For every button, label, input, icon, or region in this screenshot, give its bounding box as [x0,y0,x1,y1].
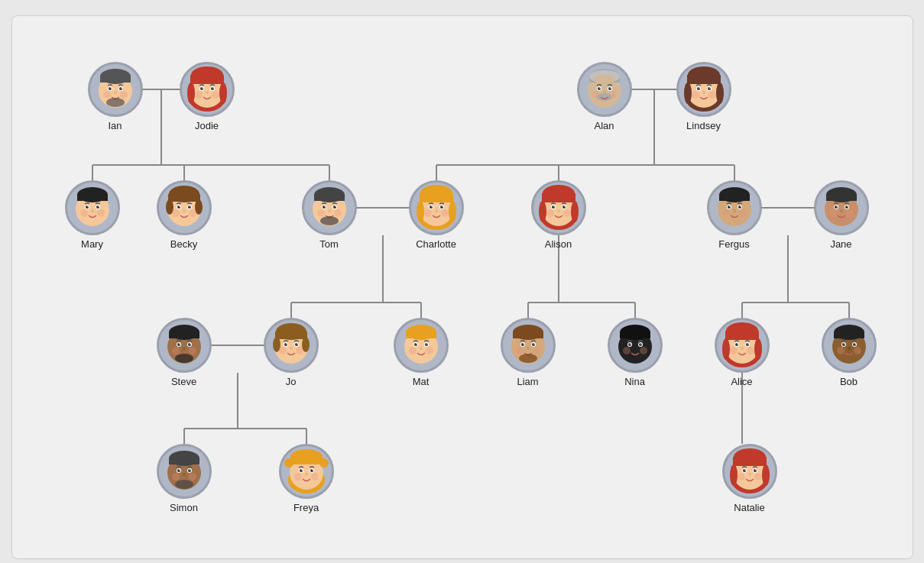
svg-point-208 [279,347,287,354]
svg-point-89 [708,91,716,99]
svg-point-168 [733,209,736,213]
avatar-jo [264,318,319,373]
svg-point-72 [603,91,606,95]
svg-point-141 [435,209,438,213]
label-freya: Freya [293,502,319,513]
svg-point-281 [179,469,180,471]
node-jo: Jo [257,318,326,387]
svg-rect-161 [719,195,750,201]
svg-point-252 [754,338,762,360]
svg-point-143 [441,209,449,217]
avatar-jodie [180,62,235,117]
svg-rect-147 [542,193,575,202]
svg-point-217 [416,343,417,345]
svg-point-59 [212,91,219,99]
label-alison: Alison [545,238,572,250]
svg-point-179 [847,205,848,207]
svg-point-99 [91,209,94,213]
svg-rect-48 [190,75,224,84]
node-alan: Alan [570,62,639,131]
svg-rect-224 [513,332,543,338]
svg-point-156 [557,209,560,213]
svg-point-157 [546,209,554,217]
svg-point-180 [840,209,843,213]
svg-point-126 [320,216,339,225]
svg-point-134 [449,201,456,222]
svg-rect-132 [420,193,453,202]
graph-container: IanJodieAlanLindseyMaryBeckyTomCharlotte… [11,15,913,559]
svg-point-273 [854,347,861,354]
svg-point-158 [563,209,571,217]
node-alison: Alison [524,180,593,250]
svg-point-243 [640,343,642,345]
svg-point-86 [709,87,711,89]
svg-point-291 [284,458,293,468]
svg-point-74 [609,91,617,99]
node-ian: Ian [81,62,150,131]
svg-point-127 [317,209,325,217]
svg-point-244 [634,347,637,351]
svg-point-221 [426,347,433,354]
svg-point-283 [183,473,186,477]
svg-point-286 [189,473,196,480]
svg-point-139 [431,205,433,207]
svg-rect-173 [826,195,857,201]
label-bob: Bob [840,376,858,387]
label-liam: Liam [517,376,538,387]
svg-point-88 [692,91,699,99]
svg-point-149 [571,201,579,222]
svg-point-297 [301,469,303,471]
label-jodie: Jodie [195,120,219,131]
svg-rect-250 [725,331,759,340]
node-liam: Liam [494,318,563,387]
node-natalie: Natalie [715,444,784,513]
svg-rect-78 [687,75,721,84]
svg-rect-92 [77,195,108,201]
node-nina: Nina [601,318,669,387]
svg-point-101 [97,209,105,217]
svg-point-39 [110,87,112,89]
svg-point-272 [837,347,845,354]
node-steve: Steve [150,318,219,387]
svg-point-50 [219,83,227,104]
svg-point-257 [737,343,738,345]
svg-point-87 [702,91,705,95]
svg-point-285 [172,473,180,480]
svg-point-42 [106,98,125,107]
svg-point-269 [844,343,845,345]
svg-point-170 [739,209,747,217]
svg-point-206 [297,343,298,345]
svg-point-246 [640,347,647,354]
label-simon: Simon [170,502,198,513]
label-alice: Alice [731,376,752,387]
svg-point-282 [190,469,191,471]
svg-point-166 [729,205,731,207]
svg-point-234 [533,347,540,354]
svg-point-70 [599,87,601,89]
node-lindsey: Lindsey [669,62,738,131]
svg-point-300 [294,473,302,480]
svg-point-64 [594,75,615,84]
svg-point-313 [755,469,757,471]
svg-point-270 [854,343,856,345]
avatar-freya [279,444,334,499]
svg-rect-212 [406,332,436,338]
avatar-lindsey [676,62,731,117]
node-fergus: Fergus [700,180,769,250]
avatar-ian [88,62,143,117]
svg-rect-305 [733,457,767,466]
svg-point-260 [730,347,738,354]
svg-point-125 [328,209,331,213]
svg-point-298 [312,469,313,471]
svg-point-140 [442,205,443,207]
svg-point-167 [740,205,741,207]
svg-point-233 [516,347,524,354]
svg-rect-198 [275,332,307,339]
svg-point-301 [311,473,319,480]
svg-point-284 [175,480,193,489]
label-lindsey: Lindsey [686,120,721,131]
avatar-tom [302,180,357,235]
svg-rect-276 [169,458,199,464]
svg-point-194 [172,347,180,354]
svg-rect-34 [100,76,131,83]
